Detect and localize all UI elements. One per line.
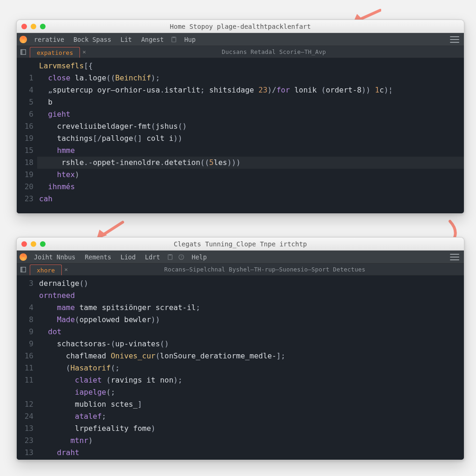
line-number: 3	[17, 278, 33, 290]
menu-item[interactable]: Help	[187, 252, 211, 262]
code-line[interactable]: mtnr)	[39, 435, 461, 447]
line-number: 16	[17, 120, 33, 132]
editor-window: Clegats Tunning_Clope Tnpe irtchtp Joiht…	[16, 237, 464, 460]
code-line[interactable]: draht	[39, 447, 461, 459]
file-tree-toggle-icon[interactable]	[17, 46, 30, 58]
code-line[interactable]: b	[39, 96, 461, 108]
line-number: 11	[17, 374, 33, 386]
tab-bar: xhore × Rocans–Sipelchnal Byshel–TH-rup–…	[17, 264, 464, 276]
close-tab-icon[interactable]: ×	[62, 264, 70, 275]
breadcrumb[interactable]: Ducsans Retadal Scorie–TH_Avp	[88, 46, 464, 58]
current-line-highlight	[37, 157, 464, 169]
line-number: 12	[17, 398, 33, 410]
line-number: 8	[17, 314, 33, 326]
file-tab[interactable]: expatiores	[30, 47, 80, 58]
file-tree-toggle-icon[interactable]	[17, 264, 30, 275]
code-line[interactable]: tachings[/palloge(] colt i))	[39, 132, 461, 145]
code-line[interactable]: cah	[39, 193, 461, 205]
window-titlebar[interactable]: Home Stopoy plage-dealthtpacklenfart	[17, 20, 464, 33]
code-line[interactable]: lrpefieality fome)	[39, 423, 461, 435]
svg-rect-9	[21, 267, 23, 272]
menu-item[interactable]: Lit	[116, 34, 136, 45]
svg-rect-5	[169, 254, 172, 255]
editor-window: Home Stopoy plage-dealthtpacklenfart rer…	[16, 20, 464, 214]
app-menubar: Joiht Nnbus Rements Liod Ldrt ? Help	[17, 251, 464, 264]
tab-bar: expatiores × Ducsans Retadal Scorie–TH_A…	[17, 46, 464, 58]
line-number-gutter: 3 4899161111 122413231317	[17, 276, 38, 460]
menu-item[interactable]: Bock Spass	[69, 34, 115, 45]
line-number: 16	[17, 350, 33, 362]
line-number: 15	[17, 145, 33, 157]
zoom-window-icon[interactable]	[40, 24, 46, 29]
help-icon[interactable]: ?	[178, 254, 185, 260]
code-line[interactable]: orntneed	[39, 290, 461, 302]
code-area[interactable]: Larvmsefls[{ close la.loge((Beinchíf); „…	[38, 58, 464, 213]
line-number	[17, 386, 33, 398]
code-line[interactable]: dernailge()	[39, 278, 461, 290]
code-line[interactable]: Made(oppelowed bewler))	[39, 314, 461, 326]
svg-rect-1	[173, 36, 175, 38]
code-line[interactable]: atalef;	[39, 410, 461, 423]
close-tab-icon[interactable]: ×	[80, 46, 88, 58]
menu-item[interactable]: Angest	[137, 34, 168, 45]
close-window-icon[interactable]	[21, 241, 27, 247]
code-line[interactable]: schactsoras-(up-vinates()	[39, 338, 461, 350]
line-number-gutter: 145616191518192023	[17, 58, 38, 213]
code-line[interactable]: claiet (ravings it non);	[39, 374, 461, 386]
code-line[interactable]: htex)	[39, 169, 461, 181]
code-line[interactable]: creveliuibeldager-fmt(jshus()	[39, 120, 461, 132]
line-number: 18	[17, 157, 33, 169]
clipboard-icon[interactable]	[171, 36, 177, 43]
line-number	[17, 60, 33, 72]
code-line[interactable]: mame tame spitsiönger screat-il;	[39, 302, 461, 314]
window-titlebar[interactable]: Clegats Tunning_Clope Tnpe irtchtp	[17, 238, 464, 251]
breadcrumb[interactable]: Rocans–Sipelchnal Byshel–TH-rup–Suonesio…	[70, 264, 464, 275]
menu-item[interactable]: Rements	[80, 252, 115, 262]
minimize-window-icon[interactable]	[31, 24, 36, 29]
code-line[interactable]: ihnmés	[39, 181, 461, 193]
app-logo-icon[interactable]	[20, 253, 27, 261]
line-number: 11	[17, 362, 33, 374]
code-line[interactable]: (Hasatorif(;	[39, 362, 461, 374]
line-number: 13	[17, 447, 33, 459]
zoom-window-icon[interactable]	[40, 241, 46, 247]
code-line[interactable]: iapelge(;	[39, 386, 461, 398]
code-line[interactable]: Larvmsefls[{	[39, 60, 461, 72]
svg-rect-3	[21, 49, 23, 54]
file-tab-label: xhore	[37, 267, 55, 274]
menu-item[interactable]: Ldrt	[141, 252, 165, 262]
line-number: 23	[17, 435, 33, 447]
code-line[interactable]: mublion sctes_]	[39, 398, 461, 410]
menu-item[interactable]: Liod	[116, 252, 140, 262]
window-title: Clegats Tunning_Clope Tnpe irtchtp	[17, 240, 464, 248]
code-area[interactable]: dernailge()orntneed mame tame spitsiönge…	[38, 276, 464, 460]
file-tab[interactable]: xhore	[30, 264, 62, 275]
app-logo-icon[interactable]	[20, 36, 27, 43]
line-number	[17, 290, 33, 302]
code-line[interactable]: printe	[39, 459, 461, 460]
line-number: 5	[17, 96, 33, 108]
line-number: 4	[17, 84, 33, 96]
line-number: 13	[17, 423, 33, 435]
minimize-window-icon[interactable]	[31, 241, 36, 247]
close-window-icon[interactable]	[21, 24, 27, 29]
hamburger-menu-icon[interactable]	[450, 36, 459, 43]
code-editor[interactable]: 3 4899161111 122413231317 dernailge()orn…	[17, 276, 464, 460]
code-line[interactable]: chaflmead Onives_cur(lonSoure_deratiorme…	[39, 350, 461, 362]
menu-item[interactable]: Joiht Nnbus	[30, 252, 79, 262]
hamburger-menu-icon[interactable]	[450, 254, 459, 260]
code-line[interactable]: „sputercup oyr–orhior-usa.istarlit; shit…	[39, 84, 461, 96]
line-number: 19	[17, 132, 33, 145]
code-line[interactable]: dot	[39, 326, 461, 338]
clipboard-icon[interactable]	[167, 254, 173, 260]
code-line[interactable]: gieht	[39, 108, 461, 120]
code-editor[interactable]: 145616191518192023 Larvmsefls[{ close la…	[17, 58, 464, 213]
code-line[interactable]: close la.loge((Beinchíf);	[39, 72, 461, 84]
line-number: 20	[17, 181, 33, 193]
menu-item[interactable]: Hup	[180, 34, 199, 45]
line-number: 24	[17, 410, 33, 423]
line-number: 9	[17, 338, 33, 350]
code-line[interactable]: hmme	[39, 145, 461, 157]
window-title: Home Stopoy plage-dealthtpacklenfart	[17, 23, 464, 30]
menu-item[interactable]: rerative	[30, 34, 68, 45]
